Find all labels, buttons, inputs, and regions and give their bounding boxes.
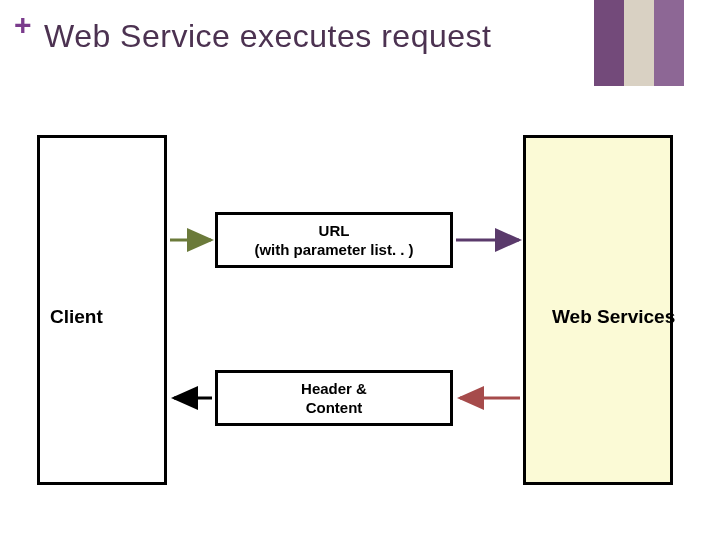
decorative-band	[594, 0, 684, 86]
url-line2: (with parameter list. . )	[254, 240, 413, 260]
header-content-box: Header & Content	[215, 370, 453, 426]
client-label: Client	[50, 306, 103, 328]
page-title: Web Service executes request	[44, 18, 491, 55]
url-message-box: URL (with parameter list. . )	[215, 212, 453, 268]
server-label: Web Services	[552, 306, 675, 328]
url-line1: URL	[319, 221, 350, 241]
hc-line1: Header &	[301, 379, 367, 399]
plus-icon: +	[14, 8, 32, 42]
hc-line2: Content	[306, 398, 363, 418]
